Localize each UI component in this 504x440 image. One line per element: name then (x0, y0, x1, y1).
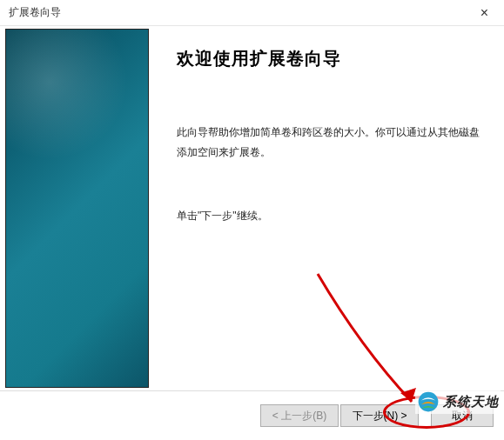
window-title: 扩展卷向导 (9, 5, 61, 20)
wizard-description-1: 此向导帮助你增加简单卷和跨区卷的大小。你可以通过从其他磁盘添加空间来扩展卷。 (177, 123, 487, 163)
next-button[interactable]: 下一步(N) > (340, 404, 419, 427)
wizard-main-panel: 欢迎使用扩展卷向导 此向导帮助你增加简单卷和跨区卷的大小。你可以通过从其他磁盘添… (149, 26, 504, 390)
wizard-heading: 欢迎使用扩展卷向导 (177, 47, 487, 70)
wizard-description-2: 单击"下一步"继续。 (177, 206, 487, 226)
wizard-sidebar-graphic (5, 29, 149, 388)
wizard-body: 欢迎使用扩展卷向导 此向导帮助你增加简单卷和跨区卷的大小。你可以通过从其他磁盘添… (0, 26, 504, 391)
close-icon: × (480, 5, 488, 21)
watermark-text: 系统天地 (443, 394, 499, 410)
close-button[interactable]: × (465, 0, 504, 25)
watermark-logo-icon (417, 390, 440, 413)
title-bar: 扩展卷向导 × (0, 0, 504, 26)
watermark: 系统天地 (415, 390, 501, 414)
back-button: < 上一步(B) (260, 404, 339, 427)
